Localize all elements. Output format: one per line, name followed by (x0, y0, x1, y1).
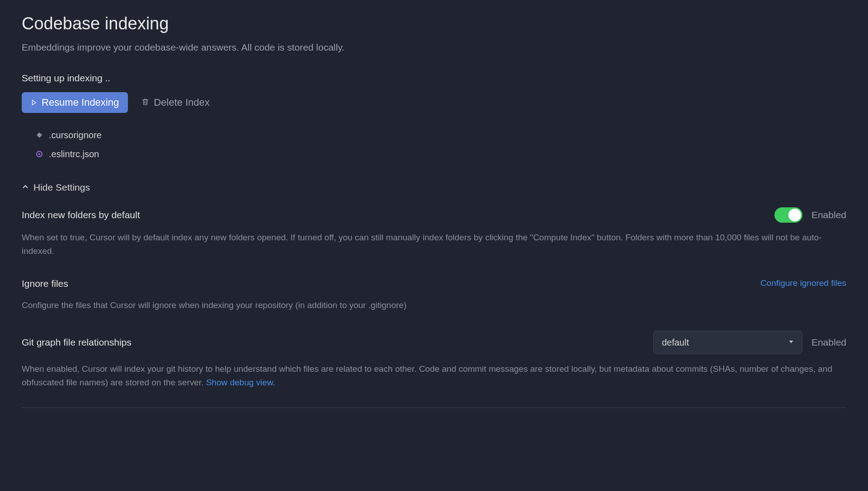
index-new-folders-toggle[interactable] (774, 207, 802, 223)
file-name: .eslintrc.json (49, 147, 99, 161)
setting-description: Configure the files that Cursor will ign… (22, 299, 846, 312)
setting-description: When set to true, Cursor will by default… (22, 231, 846, 258)
indexing-status: Setting up indexing .. (22, 71, 846, 85)
svg-point-1 (38, 153, 40, 155)
setting-ignore-files: Ignore files Configure ignored files (22, 276, 846, 291)
page-title: Codebase indexing (22, 11, 846, 37)
action-row: Resume Indexing Delete Index (22, 92, 846, 113)
setting-title: Git graph file relationships (22, 335, 132, 350)
chevron-up-icon (22, 182, 29, 193)
setting-right: Configure ignored files (760, 277, 846, 290)
setting-title: Ignore files (22, 276, 68, 291)
git-graph-description: When enabled, Cursor will index your git… (22, 364, 832, 387)
status-label: Enabled (811, 208, 846, 222)
hide-settings-label: Hide Settings (33, 182, 90, 193)
hide-settings-toggle[interactable]: Hide Settings (22, 182, 90, 193)
setting-right: default Enabled (653, 331, 846, 354)
setting-title: Index new folders by default (22, 208, 140, 222)
resume-indexing-button[interactable]: Resume Indexing (22, 92, 128, 113)
trash-icon (142, 97, 149, 108)
setting-right: Enabled (774, 207, 846, 223)
section-divider (22, 407, 846, 408)
git-graph-select[interactable]: default (653, 331, 802, 354)
show-debug-view-link[interactable]: Show debug view. (206, 378, 275, 387)
configure-ignored-files-link[interactable]: Configure ignored files (760, 277, 846, 290)
status-label: Enabled (811, 335, 846, 350)
delete-button-label: Delete Index (154, 97, 210, 108)
file-item: .eslintrc.json (35, 145, 846, 164)
eslint-icon (35, 150, 43, 158)
play-icon (31, 97, 37, 108)
setting-git-graph: Git graph file relationships default Ena… (22, 331, 846, 354)
file-list: .cursorignore .eslintrc.json (35, 126, 846, 164)
delete-index-button[interactable]: Delete Index (142, 97, 210, 108)
setting-description: When enabled, Cursor will index your git… (22, 362, 846, 390)
file-item: .cursorignore (35, 126, 846, 145)
setting-index-new-folders: Index new folders by default Enabled (22, 207, 846, 223)
diamond-icon (35, 131, 43, 139)
page-subtitle: Embeddings improve your codebase-wide an… (22, 40, 846, 55)
file-name: .cursorignore (49, 128, 102, 142)
resume-button-label: Resume Indexing (42, 97, 119, 108)
